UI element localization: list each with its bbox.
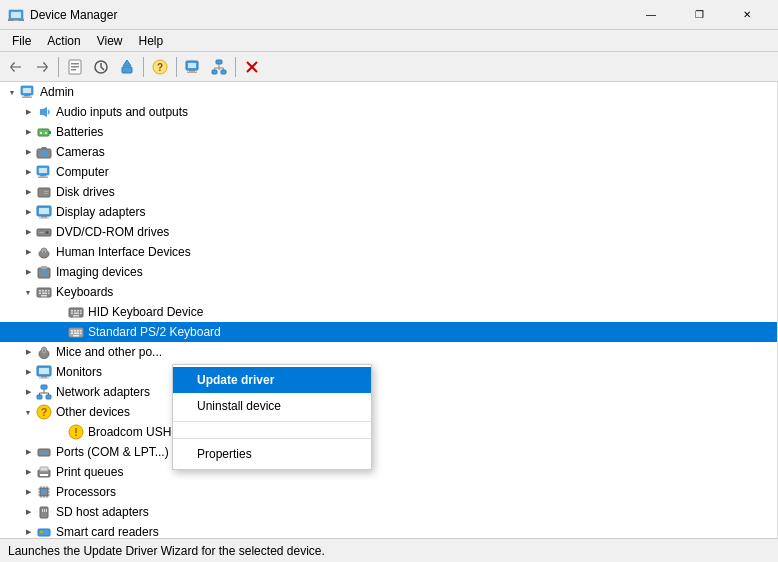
svg-rect-111 (40, 474, 48, 476)
computer-button[interactable] (181, 55, 205, 79)
tree-dvd[interactable]: DVD/CD-ROM drives (0, 222, 777, 242)
close-button[interactable]: ✕ (724, 0, 770, 30)
svg-rect-131 (40, 531, 43, 533)
svg-rect-79 (71, 330, 73, 332)
display-label: Display adapters (56, 205, 145, 219)
smartcard-expander[interactable] (20, 524, 36, 538)
sd-expander[interactable] (20, 504, 36, 520)
computer-icon (185, 59, 201, 75)
processors-icon (36, 484, 52, 500)
uninstall-button[interactable] (240, 55, 264, 79)
mice-expander[interactable] (20, 344, 36, 360)
svg-rect-45 (44, 191, 49, 192)
tree-other[interactable]: ? Other devices (0, 402, 777, 422)
other-expander[interactable] (20, 404, 36, 420)
menu-file[interactable]: File (4, 32, 39, 50)
svg-rect-77 (73, 315, 79, 317)
tree-imaging[interactable]: Imaging devices (0, 262, 777, 282)
svg-rect-67 (48, 293, 50, 295)
batteries-label: Batteries (56, 125, 103, 139)
imaging-expander[interactable] (20, 264, 36, 280)
update-driver-button[interactable] (115, 55, 139, 79)
menu-action[interactable]: Action (39, 32, 88, 50)
tree-computer[interactable]: Computer (0, 162, 777, 182)
svg-rect-126 (40, 507, 48, 518)
mice-label: Mice and other po... (56, 345, 162, 359)
properties-button[interactable] (63, 55, 87, 79)
svg-rect-6 (71, 66, 79, 68)
tree-monitors[interactable]: Monitors (0, 362, 777, 382)
tree-cameras[interactable]: Cameras (0, 142, 777, 162)
svg-rect-48 (39, 208, 49, 214)
svg-text:!: ! (74, 426, 78, 438)
tree-hid[interactable]: Human Interface Devices (0, 242, 777, 262)
imaging-icon (36, 264, 52, 280)
audio-label: Audio inputs and outputs (56, 105, 188, 119)
disk-expander[interactable] (20, 184, 36, 200)
window-icon (8, 7, 24, 23)
context-uninstall-device[interactable]: Uninstall device (173, 393, 371, 419)
tree-network[interactable]: Network adapters (0, 382, 777, 402)
svg-rect-71 (74, 310, 76, 312)
tree-smartcard[interactable]: Smart card readers (0, 522, 777, 538)
tree-ports[interactable]: Ports (COM & LPT...) (0, 442, 777, 462)
root-expander[interactable] (4, 84, 20, 100)
scan-button[interactable] (89, 55, 113, 79)
context-scan-hardware[interactable] (173, 424, 371, 436)
dvd-expander[interactable] (20, 224, 36, 240)
keyboards-expander[interactable] (20, 284, 36, 300)
audio-expander[interactable] (20, 104, 36, 120)
tree-audio[interactable]: Audio inputs and outputs (0, 102, 777, 122)
svg-rect-27 (24, 95, 30, 97)
menu-help[interactable]: Help (131, 32, 172, 50)
ports-expander[interactable] (20, 444, 36, 460)
device-tree[interactable]: Admin Audio inputs and outputs (0, 82, 778, 538)
computer-expander[interactable] (20, 164, 36, 180)
svg-rect-91 (39, 368, 49, 374)
tree-hid-keyboard[interactable]: HID Keyboard Device (0, 302, 777, 322)
context-update-driver[interactable]: Update driver (173, 367, 371, 393)
forward-button[interactable] (30, 55, 54, 79)
svg-rect-81 (77, 330, 79, 332)
tree-disk[interactable]: Disk drives (0, 182, 777, 202)
monitors-expander[interactable] (20, 364, 36, 380)
ps2-keyboard-icon (68, 324, 84, 340)
network-button[interactable] (207, 55, 231, 79)
tree-broadcom[interactable]: ! Broadcom USH... (0, 422, 777, 442)
sd-label: SD host adapters (56, 505, 149, 519)
svg-rect-86 (73, 335, 79, 337)
processors-expander[interactable] (20, 484, 36, 500)
cameras-expander[interactable] (20, 144, 36, 160)
audio-icon (36, 104, 52, 120)
network-expander[interactable] (20, 384, 36, 400)
tree-root[interactable]: Admin (0, 82, 777, 102)
tree-keyboards[interactable]: Keyboards (0, 282, 777, 302)
svg-point-108 (46, 452, 48, 454)
restore-button[interactable]: ❐ (676, 0, 722, 30)
title-bar: Device Manager — ❐ ✕ (0, 0, 778, 30)
svg-rect-95 (37, 395, 42, 399)
svg-rect-26 (23, 88, 31, 93)
menu-view[interactable]: View (89, 32, 131, 50)
tree-ps2-keyboard[interactable]: Standard PS/2 Keyboard (0, 322, 777, 342)
dvd-icon (36, 224, 52, 240)
display-expander[interactable] (20, 204, 36, 220)
toolbar-sep-1 (58, 57, 59, 77)
back-button[interactable] (4, 55, 28, 79)
smartcard-icon (36, 524, 52, 538)
svg-point-107 (43, 452, 45, 454)
tree-display[interactable]: Display adapters (0, 202, 777, 222)
minimize-button[interactable]: — (628, 0, 674, 30)
svg-rect-85 (80, 333, 82, 335)
tree-mice[interactable]: Mice and other po... (0, 342, 777, 362)
print-expander[interactable] (20, 464, 36, 480)
context-properties[interactable]: Properties (173, 441, 371, 467)
tree-sd[interactable]: SD host adapters (0, 502, 777, 522)
batteries-expander[interactable] (20, 124, 36, 140)
tree-processors[interactable]: Processors (0, 482, 777, 502)
help-button[interactable]: ? (148, 55, 172, 79)
hid-expander[interactable] (20, 244, 36, 260)
tree-batteries[interactable]: Batteries (0, 122, 777, 142)
tree-print[interactable]: Print queues (0, 462, 777, 482)
status-bar: Launches the Update Driver Wizard for th… (0, 538, 778, 562)
